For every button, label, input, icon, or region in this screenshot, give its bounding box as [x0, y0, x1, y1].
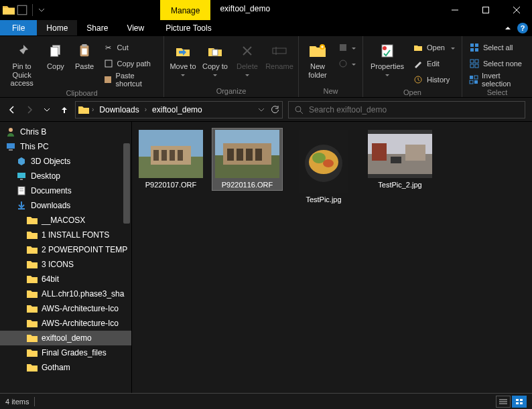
- paste-shortcut-button[interactable]: Paste shortcut: [101, 72, 159, 87]
- svg-rect-27: [470, 76, 473, 79]
- maximize-button[interactable]: [470, 0, 501, 20]
- tree-item[interactable]: Desktop: [0, 169, 131, 183]
- select-all-button[interactable]: Select all: [466, 40, 528, 55]
- recent-locations-button[interactable]: [42, 104, 52, 115]
- thumbnails-view-button[interactable]: [512, 396, 527, 408]
- help-icon[interactable]: ?: [517, 23, 528, 33]
- move-to-button[interactable]: Move to: [168, 39, 198, 76]
- breadcrumb-segment[interactable]: Downloads: [96, 105, 141, 114]
- tree-item[interactable]: Gotham: [0, 360, 131, 375]
- svg-rect-52: [227, 149, 234, 161]
- tab-view[interactable]: View: [117, 20, 153, 35]
- chevron-right-icon[interactable]: ›: [145, 106, 147, 113]
- tree-item[interactable]: __MACOSX: [0, 213, 131, 228]
- file-list[interactable]: P9220107.ORFP9220116.ORFTestPic.jpgTestP…: [132, 122, 532, 393]
- cut-button[interactable]: ✂Cut: [101, 40, 159, 55]
- group-label: Organize: [168, 86, 294, 97]
- edit-icon: [413, 58, 423, 69]
- tab-file[interactable]: File: [0, 20, 37, 35]
- address-dropdown-icon[interactable]: [258, 106, 265, 113]
- close-button[interactable]: [501, 0, 532, 20]
- search-box[interactable]: [288, 101, 525, 118]
- scrollbar-thumb[interactable]: [123, 143, 130, 224]
- file-thumbnail: [368, 130, 432, 178]
- separator: [32, 4, 33, 16]
- minimize-button[interactable]: [440, 0, 470, 20]
- navigation-bar: › Downloads › exiftool_demo: [0, 98, 532, 122]
- tree-item[interactable]: 3 ICONS: [0, 257, 131, 272]
- nav-scrollbar[interactable]: [122, 122, 131, 393]
- navigation-pane[interactable]: Chris BThis PC3D ObjectsDesktopDocuments…: [0, 122, 132, 393]
- svg-rect-46: [161, 150, 167, 161]
- easy-access-button[interactable]: [335, 56, 358, 71]
- file-item[interactable]: TestPic.jpg: [289, 129, 358, 205]
- tree-item[interactable]: ALL.chr10.phase3_sha: [0, 287, 131, 301]
- properties-button[interactable]: Properties: [367, 39, 407, 76]
- back-button[interactable]: [7, 104, 17, 115]
- svg-rect-69: [516, 399, 519, 401]
- tree-item-icon: [27, 347, 38, 358]
- search-input[interactable]: [309, 105, 519, 114]
- file-item[interactable]: P9220107.ORF: [136, 129, 206, 190]
- svg-point-33: [9, 128, 13, 132]
- tab-picture-tools[interactable]: Picture Tools: [156, 20, 220, 35]
- file-item[interactable]: TestPic_2.jpg: [365, 129, 435, 190]
- tree-item-label: 64bit: [42, 274, 59, 284]
- tree-item-label: Gotham: [42, 363, 70, 372]
- tree-item[interactable]: 64bit: [0, 272, 131, 287]
- svg-rect-53: [237, 149, 243, 161]
- tree-item[interactable]: Chris B: [0, 125, 131, 139]
- copy-to-button[interactable]: Copy to: [200, 39, 230, 76]
- open-button[interactable]: Open: [410, 40, 458, 55]
- svg-point-17: [383, 46, 387, 50]
- paste-button[interactable]: Paste: [71, 39, 97, 71]
- tree-item[interactable]: 1 INSTALL FONTS: [0, 228, 131, 242]
- tab-share[interactable]: Share: [77, 20, 117, 35]
- folder-icon: [3, 4, 15, 16]
- window-title: exiftool_demo: [210, 0, 279, 20]
- tree-item[interactable]: 3D Objects: [0, 154, 131, 169]
- move-to-icon: [174, 42, 192, 60]
- copy-path-button[interactable]: Copy path: [101, 56, 159, 71]
- pin-to-quick-access-button[interactable]: Pin to Quick access: [4, 39, 40, 88]
- file-item[interactable]: P9220116.ORF: [212, 129, 282, 190]
- tree-item[interactable]: 2 POWERPOINT TEMP: [0, 242, 131, 257]
- copy-button[interactable]: Copy: [42, 39, 68, 71]
- tree-item[interactable]: exiftool_demo: [0, 331, 131, 345]
- tree-item[interactable]: Final Grades_files: [0, 345, 131, 360]
- invert-selection-icon: [469, 74, 478, 85]
- details-view-button[interactable]: [496, 396, 511, 408]
- delete-button[interactable]: Delete: [232, 39, 262, 76]
- qat-properties-icon[interactable]: [16, 4, 28, 16]
- svg-rect-54: [246, 149, 253, 161]
- select-none-button[interactable]: Select none: [466, 56, 528, 71]
- tree-item-label: Downloads: [31, 201, 70, 210]
- invert-selection-button[interactable]: Invert selection: [466, 72, 528, 87]
- tree-item[interactable]: Documents: [0, 183, 131, 198]
- collapse-ribbon-icon[interactable]: [505, 27, 511, 29]
- tab-home[interactable]: Home: [37, 20, 77, 35]
- breadcrumb-segment[interactable]: exiftool_demo: [149, 105, 205, 114]
- address-bar[interactable]: › Downloads › exiftool_demo: [75, 101, 283, 118]
- tree-item-label: Documents: [31, 186, 72, 195]
- tree-item[interactable]: AWS-Architecture-Ico: [0, 301, 131, 316]
- select-none-icon: [469, 58, 480, 69]
- qat-dropdown-icon[interactable]: [37, 7, 46, 13]
- contextual-tab-manage[interactable]: Manage: [160, 0, 210, 20]
- tree-item-label: Final Grades_files: [42, 348, 107, 357]
- tree-item[interactable]: Downloads: [0, 198, 131, 213]
- new-folder-button[interactable]: New folder: [303, 39, 332, 79]
- tree-item[interactable]: This PC: [0, 139, 131, 154]
- refresh-button[interactable]: [270, 105, 279, 114]
- up-button[interactable]: [59, 104, 70, 115]
- tree-item[interactable]: AWS-Architecture-Ico: [0, 316, 131, 331]
- history-button[interactable]: History: [410, 72, 458, 87]
- rename-button[interactable]: Rename: [265, 39, 294, 71]
- copy-to-icon: [206, 42, 224, 60]
- forward-button[interactable]: [24, 104, 35, 115]
- svg-rect-72: [520, 402, 523, 404]
- new-item-button[interactable]: [335, 40, 358, 55]
- edit-button[interactable]: Edit: [410, 56, 458, 71]
- chevron-right-icon[interactable]: ›: [92, 106, 94, 113]
- svg-rect-19: [470, 44, 474, 47]
